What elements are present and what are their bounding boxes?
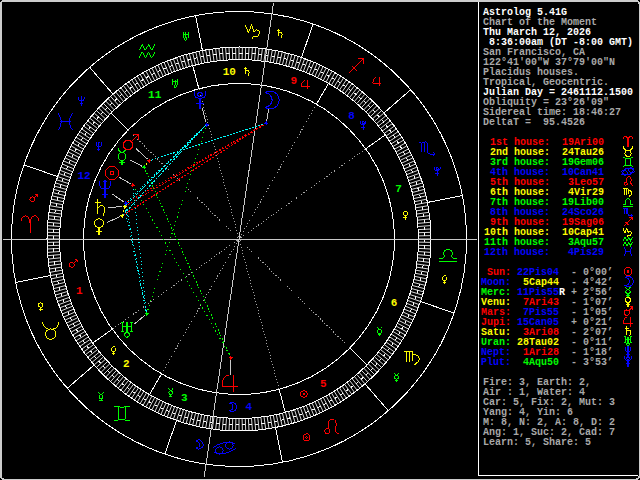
- svg-text:2: 2: [123, 358, 130, 370]
- svg-text:9: 9: [290, 75, 297, 87]
- svg-text:11: 11: [148, 89, 162, 101]
- svg-text:3: 3: [181, 392, 188, 404]
- svg-text:8: 8: [348, 110, 355, 122]
- svg-text:12: 12: [77, 170, 90, 182]
- svg-text:7: 7: [395, 183, 402, 195]
- svg-text:5: 5: [320, 378, 327, 390]
- svg-text:6: 6: [391, 297, 398, 309]
- svg-text:10: 10: [223, 66, 236, 78]
- svg-text:1: 1: [76, 285, 83, 297]
- svg-text:4: 4: [245, 401, 252, 413]
